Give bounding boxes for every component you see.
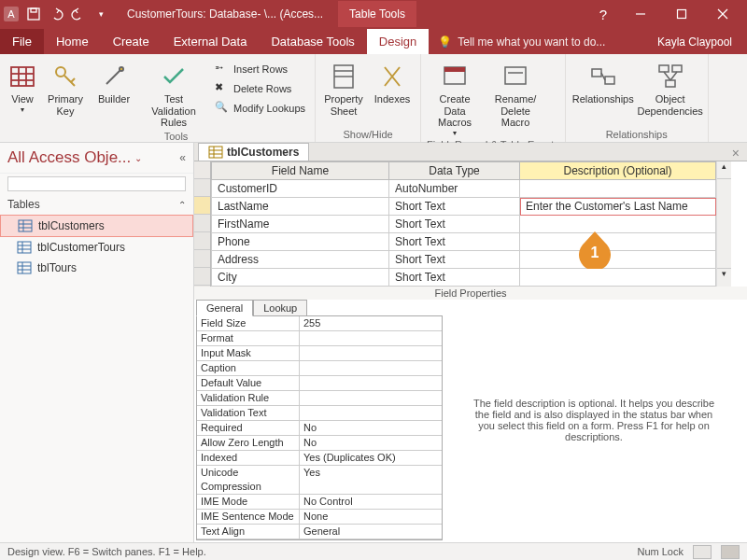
field-property-grid[interactable]: Field Size255FormatInput MaskCaptionDefa… (196, 315, 443, 540)
table-icon (18, 219, 33, 232)
svg-rect-3 (31, 8, 36, 12)
property-row[interactable]: RequiredNo (197, 421, 442, 436)
property-row[interactable]: IndexedYes (Duplicates OK) (197, 451, 442, 466)
delete-rows-button[interactable]: ✖Delete Rows (211, 79, 309, 98)
svg-rect-5 (678, 10, 686, 19)
field-grid[interactable]: Field NameData TypeDescription (Optional… (211, 161, 716, 287)
field-row[interactable]: FirstNameShort Text (212, 216, 716, 233)
nav-search-input[interactable] (7, 176, 186, 191)
col-field-name[interactable]: Field Name (212, 162, 389, 180)
property-row[interactable]: Text AlignGeneral (197, 525, 442, 539)
vertical-scrollbar[interactable]: ▴▾ (716, 161, 731, 287)
modify-lookups-button[interactable]: 🔍Modify Lookups (211, 99, 309, 118)
ribbon-tabs: File Home Create External Data Database … (0, 28, 747, 54)
view-button[interactable]: View▾ (6, 60, 39, 116)
svg-rect-26 (605, 77, 614, 84)
nav-header[interactable]: All Access Obje... ⌄ « (0, 143, 193, 174)
tab-design[interactable]: Design (367, 29, 429, 54)
insert-rows-button[interactable]: ➵Insert Rows (211, 60, 309, 78)
field-row[interactable]: LastNameShort TextEnter the Customer's L… (212, 198, 716, 216)
property-sheet-button[interactable]: Property Sheet (321, 60, 366, 119)
datasheet-view-button[interactable] (693, 545, 712, 559)
object-dependencies-button[interactable]: Object Dependencies (639, 60, 702, 119)
collapse-nav-icon[interactable]: « (179, 151, 186, 164)
minimize-button[interactable] (620, 0, 661, 28)
tab-create[interactable]: Create (101, 29, 162, 54)
design-grid[interactable]: Field NameData TypeDescription (Optional… (194, 161, 747, 287)
close-tab-button[interactable]: × (725, 146, 747, 161)
property-row[interactable]: Validation Rule (197, 391, 442, 406)
design-view-button[interactable] (721, 545, 740, 559)
field-row[interactable]: PhoneShort Text (212, 233, 716, 251)
property-row[interactable]: IME ModeNo Control (197, 495, 442, 510)
field-row[interactable]: AddressShort Text (212, 251, 716, 269)
undo-icon[interactable] (49, 7, 63, 21)
property-row[interactable]: Caption (197, 361, 442, 376)
lightbulb-icon: 💡 (438, 35, 452, 49)
svg-text:A: A (7, 8, 15, 20)
row-selectors[interactable] (194, 161, 211, 287)
delete-row-icon: ✖ (215, 81, 230, 96)
property-row[interactable]: Unicode CompressionYes (197, 466, 442, 495)
close-button[interactable] (702, 0, 743, 28)
svg-rect-28 (659, 65, 669, 72)
builder-button[interactable]: Builder (92, 60, 136, 107)
help-icon[interactable]: ? (586, 7, 620, 22)
fp-tab-lookup[interactable]: Lookup (253, 300, 307, 316)
document-tabs: tblCustomers × (194, 143, 747, 161)
status-text: Design view. F6 = Switch panes. F1 = Hel… (7, 546, 206, 557)
rename-delete-macro-button[interactable]: Rename/ Delete Macro (486, 60, 544, 131)
user-name[interactable]: Kayla Claypool (642, 30, 747, 54)
workspace: All Access Obje... ⌄ « Tables⌃ tblCustom… (0, 143, 747, 542)
tab-home[interactable]: Home (44, 29, 101, 54)
svg-rect-23 (505, 67, 526, 84)
title-bar: A ▾ CustomerTours: Database- \... (Acces… (0, 0, 747, 28)
contextual-tab-label: Table Tools (338, 1, 416, 27)
fp-tab-general[interactable]: General (196, 300, 253, 316)
dropdown-icon[interactable]: ⌄ (134, 153, 142, 163)
maximize-button[interactable] (661, 0, 702, 28)
test-validation-button[interactable]: Test Validation Rules (140, 60, 207, 131)
nav-category-tables[interactable]: Tables⌃ (0, 194, 193, 215)
tell-me-search[interactable]: 💡Tell me what you want to do... (429, 30, 614, 54)
ribbon: View▾ Primary Key Builder Test Validatio… (0, 54, 747, 143)
nav-item-tblcustomers[interactable]: tblCustomers (0, 215, 193, 237)
status-bar: Design view. F6 = Switch panes. F1 = Hel… (0, 542, 747, 560)
lookup-icon: 🔍 (215, 101, 230, 116)
group-tools-label: Tools (43, 131, 309, 144)
nav-item-tblcustomertours[interactable]: tblCustomerTours (0, 237, 193, 258)
tab-database-tools[interactable]: Database Tools (259, 29, 366, 54)
property-row[interactable]: Input Mask (197, 346, 442, 361)
tab-file[interactable]: File (0, 29, 44, 54)
create-data-macros-button[interactable]: Create Data Macros▾ (427, 60, 483, 139)
numlock-indicator: Num Lock (637, 546, 684, 557)
app-icon: A (4, 7, 19, 21)
tab-external-data[interactable]: External Data (162, 29, 260, 54)
save-icon[interactable] (26, 7, 41, 21)
property-row[interactable]: Allow Zero LengthNo (197, 436, 442, 451)
rename-macro-icon (500, 62, 530, 91)
svg-rect-2 (28, 8, 39, 20)
col-data-type[interactable]: Data Type (389, 162, 520, 180)
svg-line-31 (664, 72, 670, 80)
window-title: CustomerTours: Database- \... (Acces... (127, 7, 323, 21)
property-row[interactable]: Validation Text (197, 406, 442, 421)
redo-icon[interactable] (71, 7, 86, 21)
relationships-icon (588, 62, 618, 91)
indexes-button[interactable]: Indexes (370, 60, 415, 107)
property-row[interactable]: Default Value (197, 376, 442, 391)
grid-icon (7, 62, 37, 91)
col-description[interactable]: Description (Optional) (520, 162, 716, 180)
svg-rect-41 (18, 262, 31, 273)
svg-line-15 (71, 78, 75, 82)
field-row[interactable]: CustomerIDAutoNumber (212, 180, 716, 198)
primary-key-button[interactable]: Primary Key (43, 60, 88, 119)
property-row[interactable]: Format (197, 331, 442, 346)
field-row[interactable]: CityShort Text (212, 269, 716, 287)
relationships-button[interactable]: Relationships (571, 60, 635, 107)
property-row[interactable]: Field Size255 (197, 316, 442, 331)
doc-tab-tblcustomers[interactable]: tblCustomers (198, 143, 309, 161)
property-row[interactable]: IME Sentence ModeNone (197, 510, 442, 525)
nav-item-tbltours[interactable]: tblTours (0, 258, 193, 278)
qat-customize-icon[interactable]: ▾ (93, 7, 108, 21)
